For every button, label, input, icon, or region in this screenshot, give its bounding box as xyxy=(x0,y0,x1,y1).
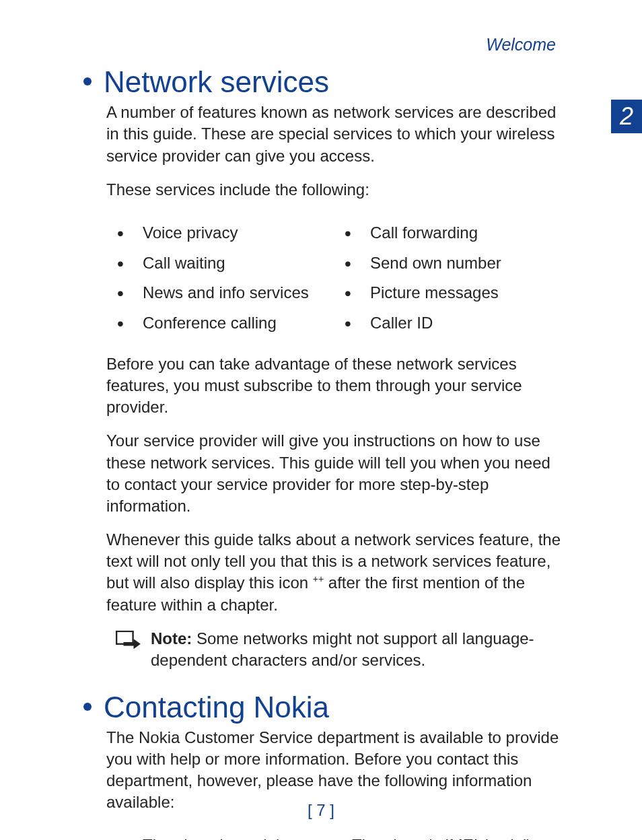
list-item: The phone's model number (3390) xyxy=(113,836,322,840)
section-title: Network services xyxy=(104,65,329,98)
note-text: Note: Some networks might not support al… xyxy=(151,628,568,672)
note-body: Some networks might not support all lang… xyxy=(151,629,534,669)
note-block: Note: Some networks might not support al… xyxy=(116,628,568,672)
section-title: Contacting Nokia xyxy=(104,691,329,724)
heading-bullet-icon xyxy=(83,703,92,711)
list-item: Call forwarding xyxy=(341,223,568,243)
list-item: Picture messages xyxy=(341,283,568,303)
list-item: Send own number xyxy=(341,254,568,273)
page-number: [ 7 ] xyxy=(0,801,642,820)
section-heading-contacting-nokia: Contacting Nokia xyxy=(81,692,581,723)
para-instructions: Your service provider will give you inst… xyxy=(106,430,568,517)
list-item: Call waiting xyxy=(113,254,341,273)
list-item: The phone's IMEI (serial) number xyxy=(322,836,568,840)
chapter-number-tab: 2 xyxy=(611,100,642,133)
list-item: Conference calling xyxy=(113,314,341,333)
contact-info-list: The phone's model number (3390) Your Zip… xyxy=(113,825,568,840)
para-intro: A number of features known as network se… xyxy=(106,102,568,166)
para-services-intro: These services include the following: xyxy=(106,179,568,201)
services-list: Voice privacy Call waiting News and info… xyxy=(113,213,568,344)
list-item: Voice privacy xyxy=(113,223,341,243)
para-icon-mention: Whenever this guide talks about a networ… xyxy=(106,529,568,616)
list-item: News and info services xyxy=(113,283,341,303)
para-subscribe: Before you can take advantage of these n… xyxy=(106,353,568,418)
network-services-icon-marker: ++ xyxy=(313,573,324,584)
note-arrow-icon xyxy=(116,631,141,652)
section-heading-network-services: Network services xyxy=(81,67,581,98)
svg-rect-0 xyxy=(116,631,133,644)
header-breadcrumb: Welcome xyxy=(81,35,556,55)
note-label: Note: xyxy=(151,629,192,648)
list-item: Caller ID xyxy=(341,314,568,333)
heading-bullet-icon xyxy=(83,77,92,85)
